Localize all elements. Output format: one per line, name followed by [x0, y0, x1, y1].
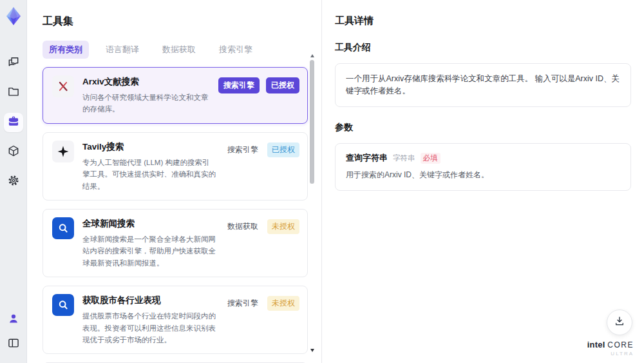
- arxiv-icon: [52, 75, 74, 97]
- tool-name: 获取股市各行业表现: [82, 295, 216, 306]
- search-blue-icon: [52, 294, 74, 316]
- sidebar-item-chat[interactable]: [4, 54, 23, 73]
- app-logo-icon[interactable]: [3, 6, 24, 26]
- user-icon: [7, 312, 20, 328]
- tool-status-badge: 未授权: [267, 296, 299, 311]
- tool-card[interactable]: Arxiv文献搜索 访问各个研究领域大量科学论文和文章的存储库。 搜索引擎 已授…: [43, 67, 308, 124]
- download-button[interactable]: [607, 309, 632, 335]
- tool-card[interactable]: Tavily搜索 专为人工智能代理 (LLM) 构建的搜索引擎工具。可快速提供实…: [43, 132, 308, 201]
- tavily-icon: [52, 141, 74, 162]
- tool-name: Arxiv文献搜索: [82, 76, 210, 88]
- param-card: 查询字符串 字符串 必填 用于搜索的Arxiv ID、关键字或作者姓名。: [335, 143, 631, 191]
- param-type: 字符串: [393, 153, 415, 163]
- tool-card[interactable]: 获取股市各行业表现 提供股票市场各个行业在特定时间段内的表现。投资者可以利用这些…: [43, 286, 308, 354]
- tool-category-badge: 搜索引擎: [218, 77, 260, 93]
- page-title: 工具集: [43, 15, 321, 28]
- download-icon: [614, 315, 625, 329]
- params-section-label: 参数: [335, 122, 631, 133]
- sidebar-item-toolbox[interactable]: [4, 113, 23, 132]
- tool-description: 全球新闻搜索是一个聚合全球各大新闻网站内容的搜索引擎，帮助用户快速获取全球最新资…: [82, 233, 216, 269]
- cube-icon: [7, 144, 20, 160]
- sidebar-item-user[interactable]: [4, 310, 23, 329]
- scroll-up-icon[interactable]: [310, 54, 314, 57]
- tool-status-badge: 未授权: [267, 219, 299, 234]
- tool-category-badge: 搜索引擎: [225, 142, 261, 157]
- sidebar-item-panel[interactable]: [4, 335, 23, 354]
- left-rail: [0, 0, 27, 363]
- chat-icon: [7, 55, 20, 71]
- rail-bottom-items: [4, 310, 23, 354]
- tool-name: Tavily搜索: [82, 141, 216, 153]
- param-description: 用于搜索的Arxiv ID、关键字或作者姓名。: [346, 170, 620, 181]
- tool-description: 访问各个研究领域大量科学论文和文章的存储库。: [82, 92, 210, 115]
- tool-description: 提供股票市场各个行业在特定时间段内的表现。投资者可以利用这些信息来识别表现优于或…: [82, 310, 216, 346]
- brand-core: core: [607, 340, 634, 349]
- intel-core-logo: intel core ULTRA: [587, 340, 634, 357]
- param-required-badge: 必填: [421, 153, 440, 164]
- tool-category-badge: 搜索引擎: [225, 296, 261, 311]
- tool-description: 专为人工智能代理 (LLM) 构建的搜索引擎工具。可快速提供实时、准确和真实的结…: [82, 157, 216, 192]
- tool-list: Arxiv文献搜索 访问各个研究领域大量科学论文和文章的存储库。 搜索引擎 已授…: [43, 67, 308, 363]
- folder-icon: [7, 85, 20, 101]
- tool-card[interactable]: 全球新闻搜索 全球新闻搜索是一个聚合全球各大新闻网站内容的搜索引擎，帮助用户快速…: [43, 209, 308, 277]
- brand-intel: intel: [587, 340, 605, 349]
- sidebar-item-settings[interactable]: [4, 172, 23, 191]
- intro-card: 一个用于从Arxiv存储库搜索科学论文和文章的工具。 输入可以是Arxiv ID…: [335, 63, 631, 107]
- category-tabs: 所有类别语言翻译数据获取搜索引擎: [43, 41, 321, 59]
- tool-list-panel: 工具集 所有类别语言翻译数据获取搜索引擎 Arxiv文献搜索 访问各个研究领域大…: [27, 0, 321, 363]
- intro-text: 一个用于从Arxiv存储库搜索科学论文和文章的工具。 输入可以是Arxiv ID…: [346, 74, 620, 95]
- tool-status-badge: 已授权: [267, 142, 299, 157]
- tab-category-0[interactable]: 所有类别: [43, 41, 89, 59]
- tab-category-2[interactable]: 数据获取: [156, 41, 202, 59]
- sidebar-item-folder[interactable]: [4, 83, 23, 103]
- panel-icon: [7, 337, 20, 352]
- scroll-down-icon[interactable]: [310, 349, 314, 352]
- params-list: 查询字符串 字符串 必填 用于搜索的Arxiv ID、关键字或作者姓名。: [335, 143, 631, 191]
- list-scrollbar[interactable]: [310, 54, 315, 357]
- toolbox-icon: [7, 115, 20, 130]
- brand-sub: ULTRA: [587, 351, 634, 357]
- tab-category-1[interactable]: 语言翻译: [99, 41, 146, 59]
- sidebar-item-cube[interactable]: [4, 142, 23, 162]
- settings-icon: [7, 174, 20, 190]
- tool-category-badge: 数据获取: [225, 219, 261, 234]
- scrollbar-thumb[interactable]: [310, 60, 314, 184]
- detail-title: 工具详情: [335, 15, 631, 27]
- tool-status-badge: 已授权: [266, 77, 299, 93]
- tool-name: 全球新闻搜索: [82, 218, 216, 230]
- search-blue-icon: [52, 217, 74, 239]
- param-name: 查询字符串: [346, 152, 388, 164]
- rail-items: [4, 54, 23, 191]
- tab-category-3[interactable]: 搜索引擎: [213, 41, 259, 59]
- intro-section-label: 工具介绍: [335, 42, 631, 54]
- tool-detail-panel: 工具详情 工具介绍 一个用于从Arxiv存储库搜索科学论文和文章的工具。 输入可…: [321, 0, 644, 363]
